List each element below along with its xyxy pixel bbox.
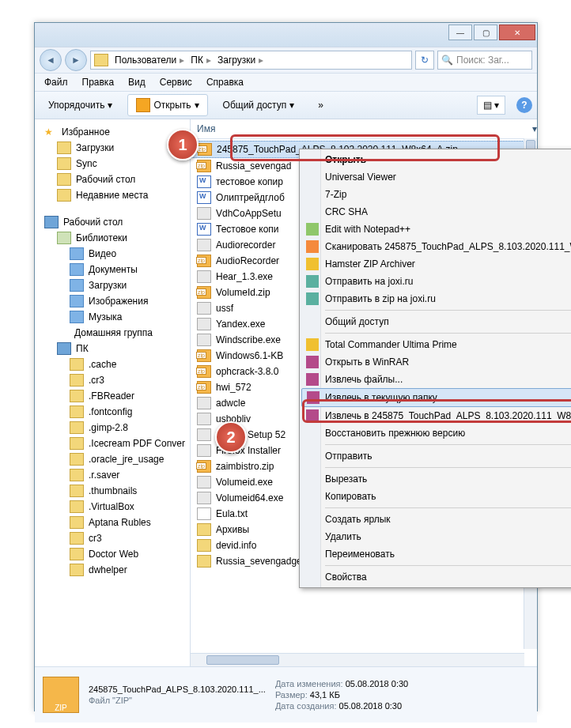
rar-icon (306, 373, 319, 386)
back-button[interactable]: ◄ (40, 49, 62, 71)
context-item[interactable]: Копировать (301, 488, 571, 505)
close-button[interactable]: ✕ (499, 25, 535, 40)
context-item[interactable]: Извлечь в 245875_TouchPad_ALPS_8.103.202… (301, 407, 571, 424)
exe-icon (197, 239, 211, 251)
menubar: Файл Правка Вид Сервис Справка (35, 73, 537, 92)
context-item[interactable]: Вырезать (301, 470, 571, 488)
context-item[interactable]: Извлечь в текущую папку (301, 388, 571, 407)
scroll-thumb[interactable] (206, 655, 279, 665)
tree-item[interactable]: Doctor Web (35, 546, 190, 562)
open-button[interactable]: Открыть ▾ (127, 94, 207, 116)
tree-section[interactable]: ★Избранное (35, 124, 190, 140)
minimize-button[interactable]: — (448, 25, 472, 40)
maximize-button[interactable]: ▢ (474, 25, 497, 40)
fld-icon (197, 555, 211, 568)
help-button[interactable]: ? (516, 97, 532, 113)
context-item[interactable]: Отправить (301, 447, 571, 465)
context-item[interactable]: Hamster ZIP Archiver (301, 255, 571, 273)
tree-item[interactable]: .cr3 (35, 372, 190, 388)
fld-icon (197, 539, 211, 552)
tree-item[interactable]: Музыка (35, 309, 190, 325)
tree-item[interactable]: .Icecream PDF Conver (35, 436, 190, 451)
titlebar: — ▢ ✕ (35, 23, 537, 47)
breadcrumb-seg[interactable]: ПК▸ (187, 55, 214, 66)
refresh-button[interactable]: ↻ (415, 51, 434, 70)
tree-item[interactable]: .oracle_jre_usage (35, 451, 190, 467)
tree-item[interactable]: .FBReader (35, 388, 190, 404)
tree-item[interactable]: Sync (35, 156, 190, 172)
context-item[interactable]: Total Commander Ultima Prime (301, 336, 571, 353)
organize-button[interactable]: Упорядочить ▾ (40, 96, 121, 115)
context-item[interactable]: Извлечь файлы... (301, 371, 571, 388)
view-button[interactable]: ▤ ▾ (477, 96, 505, 115)
tree-item[interactable]: Документы (35, 262, 190, 277)
context-menu[interactable]: ОткрытьUniversal Viewer7-ZipCRC SHAEdit … (299, 149, 571, 588)
tree-item[interactable]: .fontconfig (35, 404, 190, 420)
context-item[interactable]: Восстановить прежнюю версию (301, 424, 571, 442)
nav-tree[interactable]: ★ИзбранноеЗагрузкиSyncРабочий столНедавн… (35, 119, 191, 666)
context-item[interactable]: CRC SHA (301, 203, 571, 221)
tree-item[interactable]: Рабочий стол (35, 172, 190, 187)
zip-icon (197, 349, 211, 362)
badge-1: 1 (167, 129, 199, 160)
context-separator (325, 444, 571, 445)
exe-icon (197, 492, 211, 504)
context-item[interactable]: Открыть в WinRAR (301, 353, 571, 371)
tree-item[interactable]: Загрузки (35, 277, 190, 293)
context-item[interactable]: Свойства (301, 568, 571, 586)
zip-icon (197, 365, 211, 378)
menu-view[interactable]: Вид (122, 75, 152, 89)
tree-item[interactable]: dwhelper (35, 562, 190, 578)
tree-item[interactable]: Недавние места (35, 187, 190, 203)
tree-section[interactable]: Рабочий стол (35, 214, 190, 230)
context-item[interactable]: Edit with Notepad++ (301, 221, 571, 238)
tree-item[interactable]: Видео (35, 246, 190, 262)
tree-item[interactable]: ПК (35, 341, 190, 356)
tree-item[interactable]: .cache (35, 356, 190, 372)
context-item[interactable]: Удалить (301, 528, 571, 545)
rar-icon (306, 409, 319, 422)
context-item[interactable]: Открыть (301, 151, 571, 168)
column-header[interactable]: Имя▾ (191, 119, 537, 139)
search-input[interactable]: 🔍Поиск: Заг... (437, 51, 532, 70)
menu-edit[interactable]: Правка (76, 75, 121, 89)
context-item[interactable]: Переименовать (301, 545, 571, 563)
context-item[interactable]: Universal Viewer (301, 168, 571, 186)
zip-icon (197, 381, 211, 394)
context-item[interactable]: Сканировать 245875_TouchPad_ALPS_8.103.2… (301, 238, 571, 255)
more-button[interactable]: » (309, 96, 332, 115)
breadcrumb-seg[interactable]: Загрузки▸ (214, 55, 267, 66)
context-separator (325, 467, 571, 468)
share-button[interactable]: Общий доступ ▾ (214, 96, 304, 115)
menu-file[interactable]: Файл (38, 75, 74, 89)
context-item[interactable]: Отправить в zip на joxi.ru (301, 290, 571, 307)
tree-item[interactable]: .VirtualBox (35, 499, 190, 515)
exe-icon (197, 397, 211, 409)
tree-item[interactable]: Домашняя группа (35, 325, 190, 341)
doc-icon (197, 223, 211, 236)
details-filetype: Файл "ZIP" (89, 696, 266, 705)
context-item[interactable]: Создать ярлык (301, 511, 571, 528)
open-icon (136, 98, 150, 112)
menu-service[interactable]: Сервис (153, 75, 199, 89)
context-item[interactable]: Отправить на joxi.ru (301, 273, 571, 290)
folder-icon (94, 54, 108, 66)
tree-item[interactable]: cr3 (35, 530, 190, 546)
tree-item[interactable]: .thumbnails (35, 483, 190, 499)
tree-item[interactable]: .gimp-2.8 (35, 420, 190, 436)
forward-button[interactable]: ► (65, 49, 87, 71)
horizontal-scrollbar[interactable] (191, 653, 524, 666)
context-item[interactable]: 7-Zip (301, 186, 571, 203)
address-bar[interactable]: Пользователи▸ ПК▸ Загрузки▸ (90, 51, 412, 70)
breadcrumb-seg[interactable]: Пользователи▸ (112, 55, 187, 66)
rar-icon (306, 356, 319, 368)
txt-icon (197, 507, 211, 520)
tree-item[interactable]: .r.saver (35, 467, 190, 483)
tree-item[interactable]: Aptana Rubles (35, 515, 190, 530)
context-item[interactable]: Общий доступ (301, 313, 571, 330)
exe-icon (197, 302, 211, 315)
tree-item[interactable]: Изображения (35, 293, 190, 309)
zip-icon (197, 460, 211, 473)
tree-item[interactable]: Библиотеки (35, 230, 190, 246)
menu-help[interactable]: Справка (200, 75, 250, 89)
